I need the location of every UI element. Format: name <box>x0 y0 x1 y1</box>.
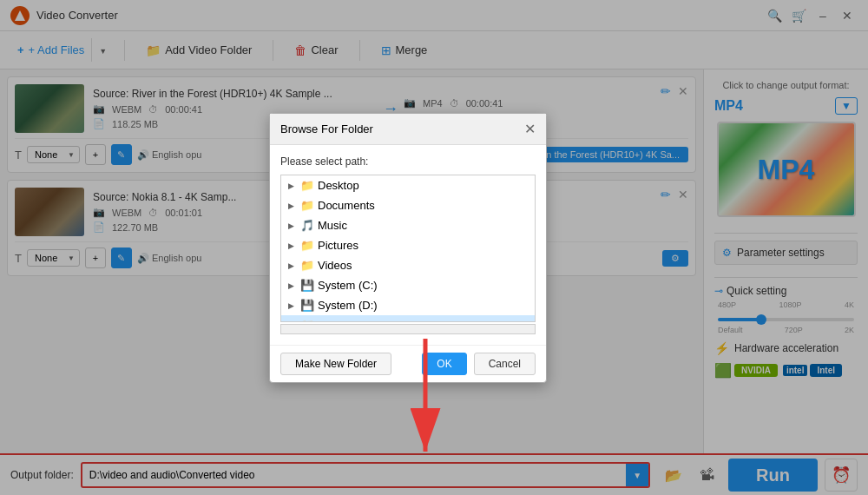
folder-name-libraries: Libraries <box>318 319 361 322</box>
folder-icon-music: 🎵 <box>300 219 314 232</box>
tree-item-pictures[interactable]: ▶ 📁 Pictures <box>281 235 535 255</box>
make-new-folder-btn[interactable]: Make New Folder <box>280 353 391 375</box>
drive-icon-c: 💾 <box>300 279 314 292</box>
horizontal-scrollbar[interactable] <box>280 324 536 334</box>
tree-item-systemc[interactable]: ▶ 💾 System (C:) <box>281 275 535 295</box>
drive-icon-d: 💾 <box>300 299 314 312</box>
tree-item-desktop[interactable]: ▶ 📁 Desktop <box>281 175 535 195</box>
folder-icon-pictures: 📁 <box>300 239 314 252</box>
folder-name-documents: Documents <box>318 199 375 212</box>
cancel-btn[interactable]: Cancel <box>474 353 536 375</box>
folder-icon-libraries: 📁 <box>300 319 314 322</box>
dialog-title-bar: Browse For Folder ✕ <box>270 114 546 145</box>
tree-item-systemd[interactable]: ▶ 💾 System (D:) <box>281 295 535 315</box>
arrow-systemd: ▶ <box>288 301 297 310</box>
arrow-videos: ▶ <box>288 261 297 270</box>
arrow-music: ▶ <box>288 221 297 230</box>
folder-icon-videos: 📁 <box>300 259 314 272</box>
arrow-systemc: ▶ <box>288 281 297 290</box>
ok-btn[interactable]: OK <box>422 353 466 375</box>
folder-name-music: Music <box>318 219 347 232</box>
arrow-documents: ▶ <box>288 201 297 210</box>
folder-name-videos: Videos <box>318 259 352 272</box>
dialog-actions: Make New Folder OK Cancel <box>270 345 546 382</box>
folder-icon-desktop: 📁 <box>300 179 314 192</box>
folder-name-desktop: Desktop <box>318 179 359 192</box>
dialog-select-path-label: Please select path: <box>280 155 536 168</box>
folder-icon-documents: 📁 <box>300 199 314 212</box>
arrow-libraries: ▶ <box>288 321 297 323</box>
arrow-pictures: ▶ <box>288 241 297 250</box>
folder-name-pictures: Pictures <box>318 239 358 252</box>
tree-item-music[interactable]: ▶ 🎵 Music <box>281 215 535 235</box>
dialog-body: Please select path: ▶ 📁 Desktop ▶ 📁 Docu… <box>270 145 546 345</box>
drive-name-c: System (C:) <box>318 279 378 292</box>
dialog-overlay: Browse For Folder ✕ Please select path: … <box>0 0 868 495</box>
tree-item-libraries[interactable]: ▶ 📁 Libraries <box>281 315 535 322</box>
tree-item-videos[interactable]: ▶ 📁 Videos <box>281 255 535 275</box>
arrow-desktop: ▶ <box>288 182 297 190</box>
dialog-title: Browse For Folder <box>280 122 373 135</box>
folder-tree[interactable]: ▶ 📁 Desktop ▶ 📁 Documents ▶ 🎵 Music ▶ 📁 <box>280 175 536 322</box>
browse-folder-dialog: Browse For Folder ✕ Please select path: … <box>269 113 547 383</box>
dialog-close-btn[interactable]: ✕ <box>524 121 536 137</box>
tree-item-documents[interactable]: ▶ 📁 Documents <box>281 195 535 215</box>
drive-name-d: System (D:) <box>318 299 378 312</box>
